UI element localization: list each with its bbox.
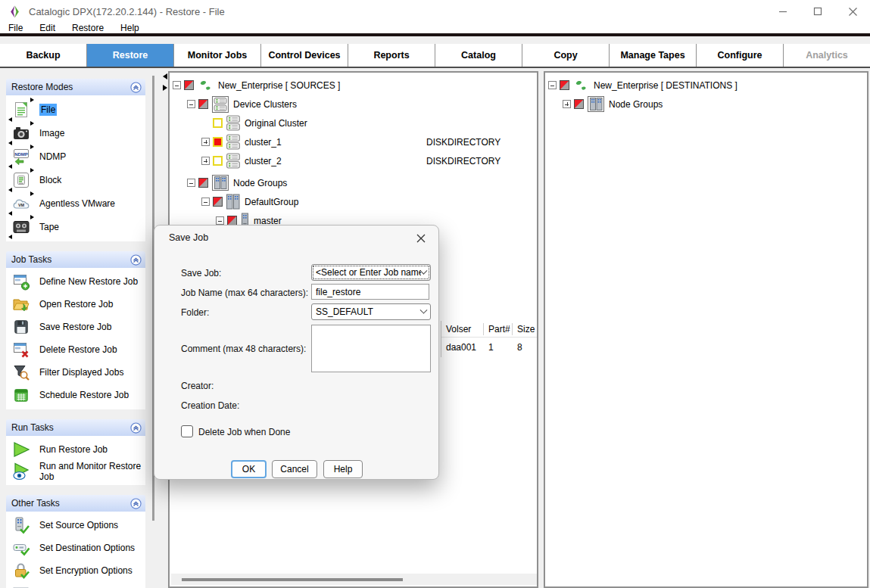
column-header-part[interactable]: Part# [484,323,513,335]
other-tasks-header[interactable]: Other Tasks [6,495,145,512]
tristate-checkbox[interactable] [198,99,208,109]
tree-row-node-groups[interactable]: Node Groups [170,173,537,192]
comment-textarea[interactable] [311,325,431,372]
expander-plus-icon[interactable] [201,157,210,165]
tab-copy[interactable]: Copy [522,44,610,67]
menu-restore[interactable]: Restore [64,23,112,33]
sidebar-item-schedule-restore-job[interactable]: Schedule Restore Job [6,384,145,406]
sidebar-item-image[interactable]: Image [6,121,145,145]
sources-tree: New_Enterprise [ SOURCES ] Device Cluste… [170,73,537,230]
sidebar-item-open-restore-job[interactable]: Open Restore Job [6,293,145,316]
collapse-chevron-icon[interactable] [130,422,142,434]
splitter-collapse-left-icon[interactable] [163,73,167,79]
tristate-checkbox[interactable] [198,178,208,188]
menu-edit[interactable]: Edit [31,23,64,33]
sidebar-item-label: Set Encryption Options [39,565,133,576]
globe-icon [573,77,589,93]
maximize-button[interactable] [800,0,835,23]
tree-row-new-enterprise-sources[interactable]: New_Enterprise [ SOURCES ] [170,76,537,95]
restore-modes-header[interactable]: Restore Modes [6,79,145,95]
minimize-button[interactable] [766,0,800,23]
tree-row-device-clusters[interactable]: Device Clusters [170,95,537,114]
tree-node-label: Node Groups [233,178,287,188]
tab-reports[interactable]: Reports [348,44,435,67]
sidebar-item-set-destination-options[interactable]: Set Destination Options [6,537,145,559]
sidebar-item-file[interactable]: File [6,98,145,121]
tree-row-cluster-2[interactable]: cluster_2 DISKDIRECTORY [170,151,537,170]
tab-manage-tapes[interactable]: Manage Tapes [610,44,697,67]
horizontal-scrollbar[interactable] [171,574,537,585]
table-row[interactable]: daa001 1 8 [441,338,538,357]
tab-backup[interactable]: Backup [0,44,87,67]
section-restore-modes: Restore Modes File Image NDMP NDMP [6,79,145,241]
expander-plus-icon[interactable] [201,138,210,146]
sidebar-item-run-restore-job[interactable]: Run Restore Job [6,438,145,460]
tab-configure[interactable]: Configure [697,44,784,67]
run-tasks-header[interactable]: Run Tasks [6,419,145,436]
collapse-chevron-icon[interactable] [130,254,142,266]
node-groups-icon [588,96,604,112]
tab-monitor-jobs[interactable]: Monitor Jobs [174,44,261,67]
size-cell: 8 [513,342,537,353]
delete-job-when-done-checkbox[interactable] [181,425,193,437]
menu-file[interactable]: File [0,23,31,33]
sidebar-item-block[interactable]: Block [6,168,145,191]
save-floppy-icon [11,317,31,337]
sidebar-item-run-and-monitor-restore-job[interactable]: Run and Monitor Restore Job [6,460,145,482]
tab-catalog[interactable]: Catalog [435,44,522,67]
tree-row-node-groups-dest[interactable]: Node Groups [545,95,867,114]
expander-minus-icon[interactable] [187,100,195,108]
sidebar-item-set-encryption-options[interactable]: Set Encryption Options [6,559,145,582]
tab-control-devices[interactable]: Control Devices [261,44,348,67]
splitter-expand-right-icon[interactable] [163,85,167,91]
help-button[interactable]: Help [323,460,363,478]
column-header-volser[interactable]: Volser [441,323,484,335]
sidebar-item-set-notification-options[interactable]: Set Notification Options [6,582,145,588]
tree-row-original-cluster[interactable]: Original Cluster [170,114,537,132]
expander-minus-icon[interactable] [201,198,210,206]
tristate-checkbox[interactable] [213,156,223,166]
sidebar-item-tape[interactable]: Tape [6,215,145,238]
cancel-button[interactable]: Cancel [272,460,317,478]
horizontal-scrollbar-thumb[interactable] [182,578,403,581]
ok-button[interactable]: OK [231,460,267,478]
expander-plus-icon[interactable] [563,100,571,108]
expander-minus-icon[interactable] [187,179,195,187]
sidebar-item-ndmp[interactable]: NDMP NDMP [6,145,145,168]
sidebar-item-agentless-vmware[interactable]: VM Agentless VMware [6,191,145,215]
collapse-chevron-icon[interactable] [130,82,142,93]
folder-combobox[interactable]: SS_DEFAULT [311,303,431,320]
sidebar-item-save-restore-job[interactable]: Save Restore Job [6,316,145,338]
tristate-checkbox[interactable] [560,80,569,90]
expander-minus-icon[interactable] [216,216,224,225]
section-job-tasks: Job Tasks Define New Restore Job Open Re… [6,251,145,409]
expander-minus-icon[interactable] [548,81,557,89]
tristate-checkbox[interactable] [213,137,223,147]
column-header-size[interactable]: Size [513,323,537,335]
tristate-checkbox[interactable] [574,99,584,109]
collapse-chevron-icon[interactable] [130,498,142,509]
save-job-combobox[interactable]: <Select or Enter Job name> [311,264,431,281]
menu-help[interactable]: Help [112,23,148,33]
tree-row-defaultgroup[interactable]: DefaultGroup [170,192,537,211]
tree-row-new-enterprise-destinations[interactable]: New_Enterprise [ DESTINATIONS ] [545,76,867,95]
sidebar-item-label: Define New Restore Job [39,276,138,287]
tree-node-label: New_Enterprise [ DESTINATIONS ] [594,80,737,91]
tab-restore[interactable]: Restore [87,44,174,67]
expander-minus-icon[interactable] [173,81,181,89]
sidebar-item-filter-displayed-jobs[interactable]: Filter Displayed Jobs [6,361,145,384]
job-tasks-header[interactable]: Job Tasks [6,251,145,268]
sidebar-item-delete-restore-job[interactable]: Delete Restore Job [6,338,145,361]
tristate-checkbox[interactable] [184,80,194,90]
job-name-input[interactable] [311,284,429,300]
sidebar-item-define-new-restore-job[interactable]: Define New Restore Job [6,270,145,293]
tree-row-cluster-1[interactable]: cluster_1 DISKDIRECTORY [170,132,537,151]
close-button[interactable] [835,0,870,23]
tristate-checkbox[interactable] [213,118,223,128]
tristate-checkbox[interactable] [213,197,223,207]
sidebar-item-set-source-options[interactable]: Set Source Options [6,514,145,537]
dialog-close-button[interactable] [413,231,429,246]
globe-icon [198,77,214,93]
filter-magnifier-icon [11,362,31,382]
block-icon [11,170,31,190]
